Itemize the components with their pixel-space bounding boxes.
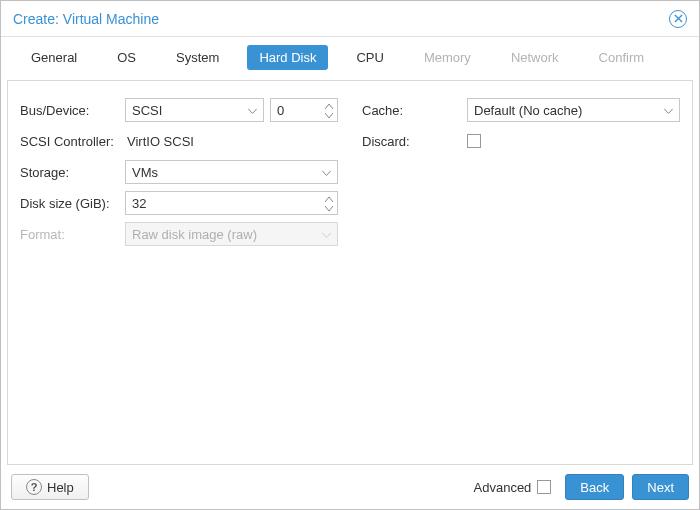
back-button[interactable]: Back (565, 474, 624, 500)
discard-checkbox[interactable] (467, 134, 481, 148)
tab-cpu[interactable]: CPU (344, 45, 395, 70)
disk-size-spinner[interactable]: 32 (125, 191, 338, 215)
bus-select-value: SCSI (132, 103, 162, 118)
create-vm-window: Create: Virtual Machine General OS Syste… (0, 0, 700, 510)
titlebar: Create: Virtual Machine (1, 1, 699, 37)
help-button-label: Help (47, 480, 74, 495)
format-select: Raw disk image (raw) (125, 222, 338, 246)
format-row: Format: Raw disk image (raw) (20, 219, 338, 249)
bus-index-spinner[interactable]: 0 (270, 98, 338, 122)
close-icon (674, 14, 683, 23)
tab-hard-disk[interactable]: Hard Disk (247, 45, 328, 70)
wizard-tabs: General OS System Hard Disk CPU Memory N… (1, 37, 699, 80)
disk-size-row: Disk size (GiB): 32 (20, 188, 338, 218)
help-button[interactable]: ? Help (11, 474, 89, 500)
footer: ? Help Advanced Back Next (1, 465, 699, 509)
format-select-value: Raw disk image (raw) (132, 227, 257, 242)
discard-row: Discard: (362, 126, 680, 156)
cache-row: Cache: Default (No cache) (362, 95, 680, 125)
advanced-checkbox[interactable] (537, 480, 551, 494)
bus-index-value: 0 (277, 103, 284, 118)
scsi-controller-label: SCSI Controller: (20, 134, 125, 149)
form-panel: Bus/Device: SCSI 0 SCS (7, 80, 693, 465)
tab-general[interactable]: General (19, 45, 89, 70)
back-button-label: Back (580, 480, 609, 495)
chevron-down-icon (248, 103, 257, 118)
storage-select[interactable]: VMs (125, 160, 338, 184)
tab-network: Network (499, 45, 571, 70)
format-label: Format: (20, 227, 125, 242)
storage-row: Storage: VMs (20, 157, 338, 187)
discard-label: Discard: (362, 134, 467, 149)
chevron-down-icon (664, 103, 673, 118)
storage-select-value: VMs (132, 165, 158, 180)
chevron-down-icon (322, 165, 331, 180)
spinner-arrows-icon (325, 101, 333, 121)
window-title: Create: Virtual Machine (13, 11, 159, 27)
left-column: Bus/Device: SCSI 0 SCS (20, 95, 338, 450)
close-button[interactable] (669, 10, 687, 28)
tab-memory: Memory (412, 45, 483, 70)
tab-os[interactable]: OS (105, 45, 148, 70)
next-button-label: Next (647, 480, 674, 495)
help-icon: ? (26, 479, 42, 495)
storage-label: Storage: (20, 165, 125, 180)
advanced-toggle[interactable]: Advanced (474, 480, 552, 495)
scsi-controller-row: SCSI Controller: VirtIO SCSI (20, 126, 338, 156)
cache-label: Cache: (362, 103, 467, 118)
disk-size-label: Disk size (GiB): (20, 196, 125, 211)
tab-system[interactable]: System (164, 45, 231, 70)
spinner-arrows-icon (325, 194, 333, 214)
bus-device-label: Bus/Device: (20, 103, 125, 118)
bus-select[interactable]: SCSI (125, 98, 264, 122)
advanced-label: Advanced (474, 480, 532, 495)
tab-confirm: Confirm (587, 45, 657, 70)
cache-select-value: Default (No cache) (474, 103, 582, 118)
right-column: Cache: Default (No cache) Discard: (362, 95, 680, 450)
chevron-down-icon (322, 227, 331, 242)
scsi-controller-value: VirtIO SCSI (125, 134, 194, 149)
cache-select[interactable]: Default (No cache) (467, 98, 680, 122)
disk-size-value: 32 (132, 196, 146, 211)
next-button[interactable]: Next (632, 474, 689, 500)
bus-device-row: Bus/Device: SCSI 0 (20, 95, 338, 125)
